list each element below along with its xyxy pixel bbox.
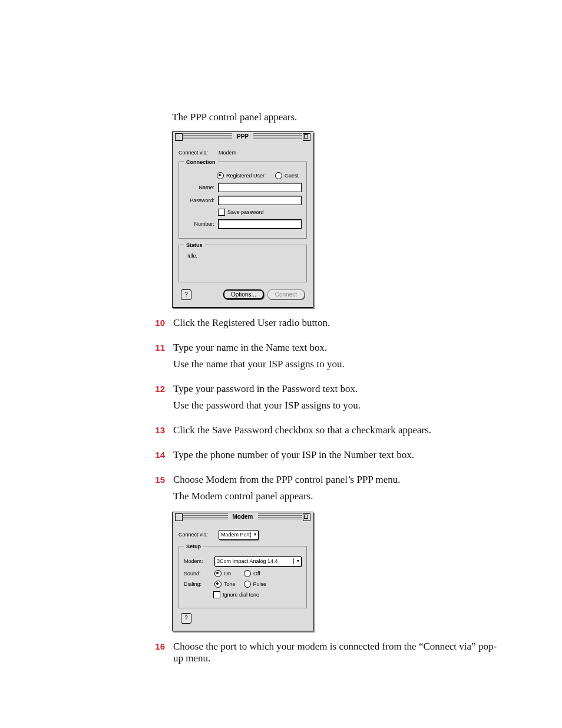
step-15: 15 Choose Modem from the PPP control pan… [146, 474, 503, 506]
step-subtext: Use the name that your ISP assigns to yo… [173, 358, 503, 370]
modem-select[interactable]: 3Com Impact Analog 14.4 ▾ [214, 556, 302, 566]
intro-text: The PPP control panel appears. [172, 111, 503, 124]
status-legend: Status [184, 242, 205, 248]
zoom-icon[interactable] [303, 133, 310, 141]
step-number: 11 [146, 342, 165, 353]
step-number: 16 [146, 641, 165, 651]
connect-via-value: Modem [219, 150, 236, 156]
step-number: 14 [146, 450, 165, 460]
steps-list-2: 16 Choose the port to which your modem i… [146, 641, 503, 668]
ignore-dialtone-checkbox[interactable]: Ignore dial tone [213, 591, 259, 598]
dialing-tone-label: Tone [224, 581, 236, 587]
dialing-label: Dialing: [184, 581, 214, 587]
radio-selected-icon [214, 581, 222, 588]
step-text: Click the Registered User radio button. [173, 317, 503, 329]
guest-radio[interactable]: Guest [275, 172, 299, 179]
step-12: 12 Type your password in the Password te… [146, 383, 503, 415]
connect-button[interactable]: Connect [267, 289, 305, 299]
radio-selected-icon [214, 570, 222, 577]
page: The PPP control panel appears. PPP Conne… [0, 0, 562, 728]
zoom-icon[interactable] [303, 513, 310, 521]
modem-field-label: Modem: [184, 558, 214, 564]
sound-on-radio[interactable]: On [214, 570, 231, 577]
ppp-title-bar: PPP [173, 132, 313, 141]
checkbox-icon [218, 209, 225, 216]
connection-group: Connection Registered User Guest Name: [178, 159, 307, 239]
guest-label: Guest [285, 173, 299, 179]
step-text: Type your name in the Name text box. [173, 342, 503, 354]
step-10: 10 Click the Registered User radio butto… [146, 317, 503, 332]
radio-icon [244, 570, 251, 577]
steps-list: 10 Click the Registered User radio butto… [146, 317, 503, 506]
step-number: 10 [146, 318, 165, 328]
save-password-checkbox[interactable]: Save password [218, 209, 264, 216]
help-button[interactable]: ? [181, 289, 191, 300]
sound-label: Sound: [184, 571, 214, 577]
number-input[interactable] [218, 219, 302, 229]
status-group: Status Idle. [178, 242, 307, 282]
password-label: Password: [184, 197, 218, 203]
sound-off-label: Off [253, 571, 260, 577]
connect-via-select-value: Modem Port [221, 532, 250, 538]
chevron-updown-icon: ▾ [254, 532, 256, 537]
step-text: Click the Save Password checkbox so that… [173, 424, 503, 436]
dialing-pulse-radio[interactable]: Pulse [244, 581, 267, 588]
radio-icon [275, 172, 282, 179]
chevron-updown-icon: ▾ [297, 559, 299, 564]
dialing-pulse-label: Pulse [253, 581, 267, 587]
step-text: Choose Modem from the PPP control panel’… [173, 474, 503, 486]
number-label: Number: [184, 221, 218, 227]
intro-paragraph: The PPP control panel appears. [172, 111, 503, 124]
step-16: 16 Choose the port to which your modem i… [146, 641, 503, 668]
step-11: 11 Type your name in the Name text box. … [146, 342, 503, 374]
setup-legend: Setup [184, 543, 203, 549]
connection-legend: Connection [184, 159, 218, 165]
step-subtext: Use the password that your ISP assigns t… [173, 400, 503, 411]
step-subtext: The Modem control panel appears. [173, 490, 503, 502]
step-number: 12 [146, 384, 165, 394]
checkbox-icon [213, 591, 220, 598]
status-value: Idle. [184, 252, 302, 272]
radio-icon [244, 581, 251, 588]
setup-group: Setup Modem: 3Com Impact Analog 14.4 ▾ S… [178, 543, 307, 608]
close-icon[interactable] [175, 513, 183, 521]
step-text: Choose the port to which your modem is c… [173, 641, 503, 664]
registered-user-radio[interactable]: Registered User [217, 172, 265, 179]
step-text: Type your password in the Password text … [173, 383, 503, 395]
sound-on-label: On [224, 571, 231, 577]
ppp-window: PPP Connect via: Modem Connection Regist… [172, 131, 313, 308]
modem-select-value: 3Com Impact Analog 14.4 [217, 558, 278, 564]
ignore-dialtone-label: Ignore dial tone [223, 592, 259, 598]
close-icon[interactable] [175, 133, 183, 141]
save-password-label: Save password [227, 209, 264, 215]
name-label: Name: [184, 185, 218, 190]
registered-user-label: Registered User [226, 173, 265, 179]
connect-via-label: Connect via: [178, 150, 219, 156]
step-text: Type the phone number of your ISP in the… [173, 449, 503, 461]
connect-via-select[interactable]: Modem Port ▾ [219, 530, 259, 540]
help-button[interactable]: ? [181, 613, 191, 624]
radio-selected-icon [217, 172, 224, 179]
step-13: 13 Click the Save Password checkbox so t… [146, 424, 503, 440]
modem-title-bar: Modem [173, 512, 313, 522]
modem-window: Modem Connect via: Modem Port ▾ Setup Mo… [172, 512, 313, 631]
step-number: 15 [146, 475, 165, 485]
password-input[interactable] [218, 196, 302, 205]
options-button[interactable]: Options... [223, 289, 264, 299]
dialing-tone-radio[interactable]: Tone [214, 581, 236, 588]
step-number: 13 [146, 425, 165, 435]
sound-off-radio[interactable]: Off [244, 570, 260, 577]
modem-window-title: Modem [228, 513, 258, 520]
step-14: 14 Type the phone number of your ISP in … [146, 449, 503, 465]
ppp-window-title: PPP [232, 133, 253, 140]
modem-connect-via-label: Connect via: [178, 532, 219, 538]
name-input[interactable] [218, 183, 302, 192]
